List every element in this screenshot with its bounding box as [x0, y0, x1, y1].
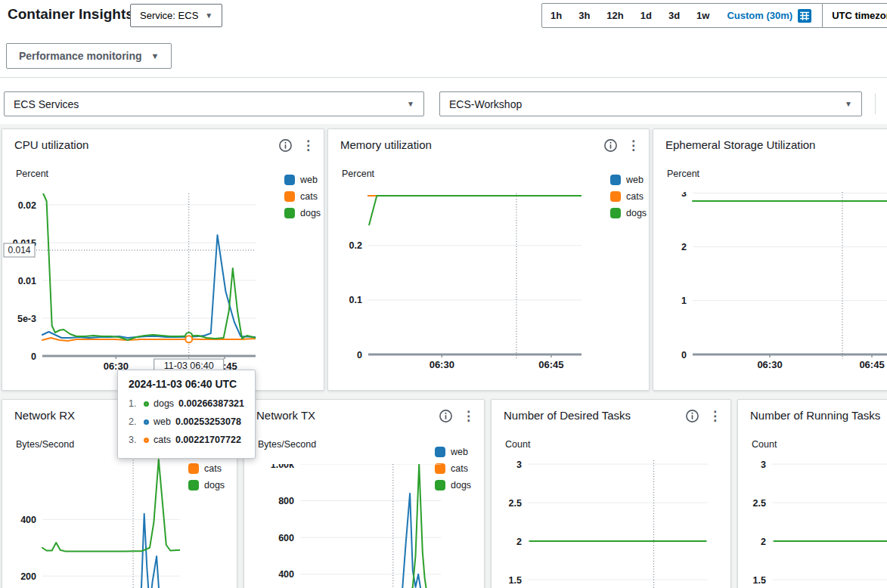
- svg-text:1: 1: [681, 296, 687, 306]
- tooltip-series-name: dogs: [154, 398, 174, 409]
- info-icon[interactable]: [685, 409, 699, 423]
- chevron-down-icon: ▼: [205, 12, 212, 20]
- time-range-control: 1h3h12h1d3d1w Custom (30m) UTC timezone: [541, 3, 887, 28]
- legend-swatch: [284, 191, 295, 202]
- legend-label: web: [300, 175, 318, 185]
- legend-swatch: [284, 208, 295, 218]
- legend-swatch: [610, 208, 621, 218]
- time-range-buttons: 1h3h12h1d3d1w: [542, 4, 718, 27]
- time-range-1w[interactable]: 1w: [688, 4, 718, 27]
- svg-text:2.5: 2.5: [509, 498, 522, 509]
- y-axis-unit: Percent: [342, 169, 374, 179]
- legend-swatch: [435, 447, 445, 457]
- chart-legend: webcatsdogs: [284, 175, 321, 218]
- svg-text:400: 400: [20, 515, 36, 525]
- legend-swatch: [610, 175, 621, 185]
- legend-item-web[interactable]: web: [284, 175, 321, 185]
- page-title: Container Insights: [8, 6, 134, 23]
- dimension-select[interactable]: ECS Services ▼: [4, 91, 424, 116]
- legend-label: dogs: [626, 208, 647, 218]
- svg-text:0: 0: [357, 350, 362, 361]
- running-tasks-chart[interactable]: 32.521.510.50: [738, 460, 887, 588]
- menu-dots-icon[interactable]: ⋮: [302, 139, 315, 153]
- svg-text:1.00k: 1.00k: [271, 464, 294, 470]
- legend-item-web[interactable]: web: [610, 175, 647, 185]
- svg-text:0: 0: [681, 350, 687, 361]
- tooltip-series-name: web: [154, 416, 171, 427]
- view-selector-button[interactable]: Performance monitoring ▼: [6, 43, 172, 69]
- memory-utilization-chart[interactable]: 0.20.1006:3006:45: [328, 193, 582, 379]
- time-range-3d[interactable]: 3d: [660, 4, 688, 27]
- svg-text:0.02: 0.02: [18, 200, 36, 211]
- svg-text:1.5: 1.5: [509, 575, 522, 586]
- chart-title: Ephemeral Storage Utilization: [665, 138, 887, 151]
- svg-text:06:30: 06:30: [430, 359, 454, 370]
- time-range-1d[interactable]: 1d: [632, 4, 660, 27]
- time-range-3h[interactable]: 3h: [570, 4, 598, 27]
- info-icon[interactable]: [439, 409, 453, 423]
- svg-text:0.014: 0.014: [8, 245, 30, 255]
- cpu-utilization-card: CPU utilization ⋮ Percent webcatsdogs 0.…: [2, 128, 324, 391]
- chart-title: Number of Desired Tasks: [504, 409, 685, 422]
- y-axis-unit: Bytes/Second: [16, 439, 74, 450]
- legend-swatch: [188, 463, 199, 474]
- legend-label: cats: [204, 463, 222, 474]
- svg-text:06:45: 06:45: [859, 359, 884, 370]
- tooltip-series-name: cats: [154, 435, 171, 445]
- legend-label: web: [451, 447, 468, 457]
- tooltip-row-web: 2.web0.00253253078: [129, 413, 246, 431]
- ephemeral-storage-chart[interactable]: 321006:3006:45: [653, 192, 887, 379]
- svg-text:0.2: 0.2: [349, 240, 362, 251]
- chart-title: Memory utilization: [340, 138, 603, 151]
- info-icon[interactable]: [278, 138, 293, 153]
- service-selector-button[interactable]: Service: ECS ▼: [130, 4, 222, 27]
- cluster-select-value: ECS-Workshop: [449, 98, 522, 110]
- info-icon[interactable]: [603, 138, 618, 153]
- legend-item-cats[interactable]: cats: [188, 463, 225, 474]
- chart-hover-tooltip: 2024-11-03 06:40 UTC 1.dogs0.00266387321…: [117, 370, 256, 459]
- legend-item-cats[interactable]: cats: [610, 191, 647, 202]
- network-tx-card: Network TX ⋮ Bytes/Second webcatsdogs 1.…: [243, 399, 485, 588]
- menu-dots-icon[interactable]: ⋮: [462, 410, 475, 423]
- cluster-select[interactable]: ECS-Workshop ▼: [439, 91, 862, 116]
- svg-text:0.1: 0.1: [349, 295, 362, 305]
- time-range-12h[interactable]: 12h: [598, 4, 631, 27]
- chart-title: Network TX: [256, 409, 439, 422]
- y-axis-unit: Count: [505, 439, 530, 450]
- svg-text:06:30: 06:30: [757, 359, 782, 370]
- svg-text:3: 3: [761, 460, 766, 470]
- svg-text:2: 2: [761, 537, 766, 547]
- calendar-icon: [798, 9, 811, 23]
- tooltip-series-value: 0.00253253078: [175, 416, 241, 427]
- desired-tasks-chart[interactable]: 32.521.510.50: [492, 460, 708, 588]
- svg-text:3: 3: [681, 192, 687, 199]
- tooltip-rank: 3.: [129, 435, 139, 445]
- svg-text:0.01: 0.01: [18, 276, 36, 286]
- tooltip-rows: 1.dogs0.002663873212.web0.002532530783.c…: [129, 395, 246, 449]
- custom-range-label: Custom (30m): [727, 10, 792, 21]
- legend-label: cats: [451, 463, 468, 474]
- legend-item-dogs[interactable]: dogs: [188, 480, 225, 491]
- legend-swatch: [188, 480, 199, 491]
- svg-text:800: 800: [278, 496, 294, 506]
- running-tasks-card: Number of Running Tasks ⋮ Count 32.521.5…: [737, 399, 887, 588]
- legend-item-web[interactable]: web: [435, 447, 471, 457]
- svg-text:200: 200: [20, 571, 36, 582]
- legend-label: cats: [626, 191, 644, 202]
- time-range-1h[interactable]: 1h: [542, 4, 570, 27]
- custom-range-button[interactable]: Custom (30m): [718, 9, 816, 23]
- network-tx-chart[interactable]: 1.00k8006004002000: [244, 464, 441, 588]
- menu-dots-icon[interactable]: ⋮: [627, 139, 640, 153]
- menu-dots-icon[interactable]: ⋮: [709, 410, 721, 423]
- network-rx-chart[interactable]: 4002000: [2, 457, 180, 588]
- svg-text:5e-3: 5e-3: [17, 314, 36, 324]
- y-axis-unit: Percent: [16, 169, 48, 179]
- cpu-utilization-chart[interactable]: 0.020.0150.015e-300.01406:3006:4511-03 0…: [2, 193, 256, 380]
- legend-item-cats[interactable]: cats: [284, 191, 321, 202]
- chart-title: CPU utilization: [14, 138, 278, 151]
- timezone-selector[interactable]: UTC timezone: [823, 10, 887, 21]
- legend-item-dogs[interactable]: dogs: [284, 208, 321, 218]
- svg-text:400: 400: [278, 569, 294, 580]
- desired-tasks-card: Number of Desired Tasks ⋮ Count 32.521.5…: [491, 399, 731, 588]
- legend-item-dogs[interactable]: dogs: [610, 208, 647, 218]
